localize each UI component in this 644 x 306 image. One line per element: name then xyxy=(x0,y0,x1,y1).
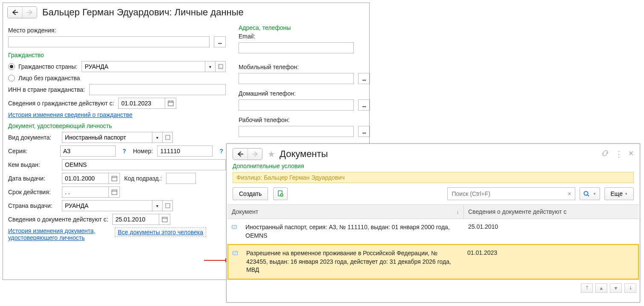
kebab-menu-icon[interactable]: ⋮ xyxy=(615,149,622,159)
favorite-star-icon[interactable]: ★ xyxy=(268,149,275,159)
issue-country-open-button[interactable] xyxy=(163,200,173,211)
nav-back-button[interactable] xyxy=(8,7,22,18)
cit-country-open-button[interactable] xyxy=(216,61,226,72)
stateless-radio[interactable]: Лицо без гражданства xyxy=(8,75,80,82)
person-name: Бальцер Герман Эдуардович xyxy=(264,174,344,181)
issue-country-label: Страна выдачи: xyxy=(8,202,58,209)
scroll-top-button[interactable]: ⤒ xyxy=(581,283,593,293)
work-input[interactable] xyxy=(239,126,354,137)
cit-country-input[interactable] xyxy=(82,61,205,72)
series-help-icon[interactable]: ? xyxy=(122,148,126,154)
clear-search-icon[interactable]: × xyxy=(568,190,571,197)
birthplace-pick-button[interactable]: ... xyxy=(214,36,226,47)
row-valid-from: 25.01.2010 xyxy=(464,219,639,244)
search-button[interactable]: ▾ xyxy=(580,187,600,200)
inn-input[interactable] xyxy=(89,84,226,95)
citizenship-country-radio[interactable]: Гражданство страны: xyxy=(8,63,77,70)
radio-off-icon xyxy=(8,75,15,82)
refresh-button[interactable] xyxy=(273,187,288,200)
doc-valid-from-input[interactable] xyxy=(112,214,159,225)
home-label: Домашний телефон: xyxy=(239,90,370,97)
row-doc-text: Разрешение на временное проживание в Рос… xyxy=(242,245,463,279)
titlebar: ★ Документы ⋮ ✕ xyxy=(227,144,640,163)
work-label: Рабочий телефон: xyxy=(239,117,370,123)
doc-type-label: Вид документа: xyxy=(8,134,58,141)
series-input[interactable] xyxy=(60,146,116,157)
subdiv-input[interactable] xyxy=(166,173,196,184)
person-filter-bar: Физлицо: Бальцер Герман Эдуардович xyxy=(233,172,634,183)
home-input[interactable] xyxy=(239,99,354,111)
svg-rect-2 xyxy=(168,101,173,106)
nav-back-button[interactable] xyxy=(233,149,248,160)
issued-by-input[interactable] xyxy=(62,159,226,170)
calendar-icon[interactable] xyxy=(159,214,170,225)
birthplace-input[interactable] xyxy=(8,36,210,47)
grid-header: Документ ↓ Сведения о документе действую… xyxy=(227,205,639,219)
search-input[interactable] xyxy=(451,190,568,198)
svg-point-18 xyxy=(584,192,588,195)
stateless-label: Лицо без гражданства xyxy=(18,75,80,82)
documents-grid: Документ ↓ Сведения о документе действую… xyxy=(227,204,639,280)
svg-rect-11 xyxy=(166,204,170,208)
all-docs-link[interactable]: Все документы этого человека xyxy=(115,227,206,237)
row-valid-from: 01.01.2023 xyxy=(463,245,638,279)
issued-by-label: Кем выдан: xyxy=(8,161,58,168)
mobile-input[interactable] xyxy=(239,73,354,84)
titlebar: Бальцер Герман Эдуардович: Личные данные xyxy=(3,3,369,22)
mobile-pick-button[interactable]: ... xyxy=(358,73,370,84)
doc-history-link[interactable]: История изменения документа, удостоверяю… xyxy=(8,227,111,241)
issue-date-input[interactable] xyxy=(62,173,109,184)
svg-rect-9 xyxy=(112,190,117,195)
calendar-icon[interactable] xyxy=(109,173,120,184)
issue-country-dropdown-button[interactable]: ▾ xyxy=(152,200,163,211)
doc-valid-from-label: Сведения о документе действуют с: xyxy=(8,216,108,223)
email-input[interactable] xyxy=(239,42,354,53)
svg-line-19 xyxy=(588,195,589,196)
calendar-icon[interactable] xyxy=(109,187,120,198)
scroll-bottom-button[interactable]: ⤓ xyxy=(624,283,636,293)
calendar-icon[interactable] xyxy=(165,98,176,109)
documents-toolbar: Создать × ▾ Еще ▾ xyxy=(227,183,640,204)
documents-window: ★ Документы ⋮ ✕ Дополнительные условия Ф… xyxy=(226,143,640,303)
work-pick-button[interactable]: ... xyxy=(358,126,370,137)
nav-forward-button[interactable] xyxy=(22,7,37,18)
issue-country-input[interactable] xyxy=(62,200,152,211)
cit-country-label: Гражданство страны: xyxy=(18,63,77,70)
nav-forward-button[interactable] xyxy=(248,149,262,160)
number-help-icon[interactable]: ? xyxy=(219,148,223,154)
svg-rect-12 xyxy=(162,217,167,222)
inn-label: ИНН в стране гражданства: xyxy=(8,86,85,93)
link-icon[interactable] xyxy=(601,149,609,159)
cit-valid-from-input[interactable] xyxy=(118,98,165,109)
doc-type-dropdown-button[interactable]: ▾ xyxy=(152,132,163,143)
cit-valid-from-label: Сведения о гражданстве действуют с: xyxy=(8,100,114,107)
col-document[interactable]: Документ ↓ xyxy=(227,205,464,219)
col-valid-from[interactable]: Сведения о документе действуют с xyxy=(464,205,639,219)
table-row[interactable]: Разрешение на временное проживание в Рос… xyxy=(227,244,639,280)
home-pick-button[interactable]: ... xyxy=(358,99,370,111)
email-label: Email: xyxy=(239,33,370,40)
expiry-input[interactable] xyxy=(62,187,109,198)
mobile-label: Мобильный телефон: xyxy=(239,64,370,70)
row-doc-icon xyxy=(228,245,242,279)
person-prefix: Физлицо: xyxy=(236,174,264,181)
scroll-down-button[interactable]: ▼ xyxy=(610,283,622,293)
extra-conditions-section: Дополнительные условия xyxy=(227,163,640,169)
row-doc-icon xyxy=(227,219,241,244)
create-button[interactable]: Создать xyxy=(233,187,268,200)
cit-history-link[interactable]: История изменения сведений о гражданстве xyxy=(8,111,132,118)
doc-type-open-button[interactable] xyxy=(163,132,173,143)
window-title: Документы xyxy=(280,149,328,160)
table-row[interactable]: Иностранный паспорт, серия: А3, № 111110… xyxy=(227,219,639,244)
contacts-section: Адреса, телефоны xyxy=(239,24,370,31)
cit-country-dropdown-button[interactable]: ▾ xyxy=(205,61,216,72)
series-label: Серия: xyxy=(8,148,56,154)
radio-on-icon xyxy=(8,63,15,70)
number-label: Номер: xyxy=(133,148,153,154)
doc-type-input[interactable] xyxy=(62,132,152,143)
scroll-controls: ⤒ ▲ ▼ ⤓ xyxy=(227,280,640,296)
close-icon[interactable]: ✕ xyxy=(628,149,634,159)
more-button[interactable]: Еще ▾ xyxy=(604,187,634,200)
scroll-up-button[interactable]: ▲ xyxy=(595,283,607,293)
number-input[interactable] xyxy=(157,146,213,157)
